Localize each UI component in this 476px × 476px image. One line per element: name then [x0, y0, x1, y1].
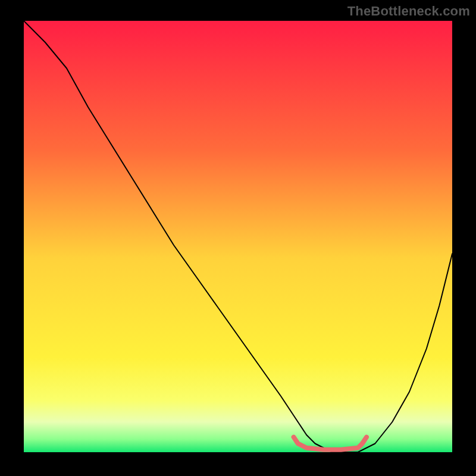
chart-svg [24, 21, 452, 452]
plot-area [24, 21, 452, 452]
watermark-text: TheBottleneck.com [347, 4, 470, 19]
chart-frame: TheBottleneck.com [0, 0, 476, 476]
gradient-background [24, 21, 452, 452]
